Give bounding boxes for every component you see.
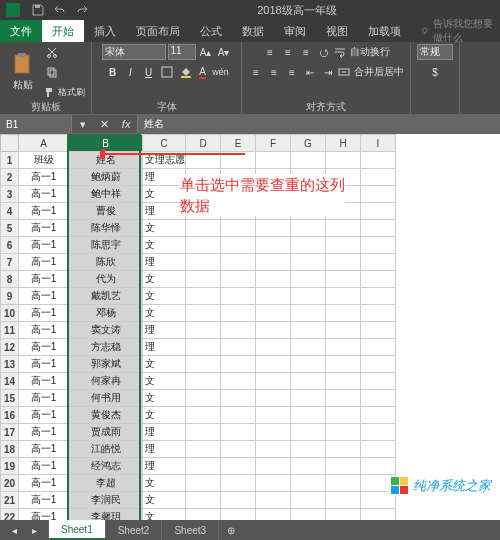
cell[interactable] (256, 492, 291, 509)
border-button[interactable] (159, 64, 175, 80)
cell[interactable] (291, 458, 326, 475)
row-header[interactable]: 12 (1, 339, 19, 356)
cell[interactable] (256, 203, 291, 220)
cell[interactable] (186, 186, 221, 203)
cell[interactable]: 理 (143, 441, 186, 458)
cell[interactable]: 高一1 (19, 288, 69, 305)
cell[interactable] (361, 237, 396, 254)
row-header[interactable]: 8 (1, 271, 19, 288)
cell[interactable]: 文 (143, 509, 186, 521)
cell[interactable] (186, 152, 221, 169)
cell[interactable] (291, 339, 326, 356)
cell[interactable] (186, 220, 221, 237)
row-header[interactable]: 7 (1, 254, 19, 271)
cell[interactable] (186, 373, 221, 390)
cell[interactable] (186, 441, 221, 458)
cell[interactable]: 何家冉 (69, 373, 143, 390)
row-header[interactable]: 16 (1, 407, 19, 424)
row-header[interactable]: 18 (1, 441, 19, 458)
cell[interactable]: 理 (143, 203, 186, 220)
cell[interactable] (221, 424, 256, 441)
increase-font-icon[interactable]: A▴ (198, 44, 214, 60)
cell[interactable] (361, 288, 396, 305)
cell[interactable]: 高一1 (19, 407, 69, 424)
cell[interactable] (326, 339, 361, 356)
row-header[interactable]: 17 (1, 424, 19, 441)
row-header[interactable]: 22 (1, 509, 19, 521)
cell[interactable] (221, 509, 256, 521)
cell[interactable]: 高一1 (19, 220, 69, 237)
cell[interactable] (326, 390, 361, 407)
row-header[interactable]: 4 (1, 203, 19, 220)
cell[interactable] (221, 237, 256, 254)
cell[interactable] (291, 169, 326, 186)
cell[interactable] (326, 254, 361, 271)
cell[interactable]: 高一1 (19, 305, 69, 322)
cell[interactable]: 贾成雨 (69, 424, 143, 441)
cell[interactable] (186, 169, 221, 186)
sheet-prev-icon[interactable]: ◂ (6, 522, 22, 538)
cell[interactable] (291, 203, 326, 220)
number-format-select[interactable]: 常规 (417, 44, 453, 60)
cell[interactable] (326, 407, 361, 424)
cell[interactable]: 高一1 (19, 169, 69, 186)
col-header-D[interactable]: D (186, 135, 221, 152)
cell[interactable] (326, 305, 361, 322)
cell[interactable] (256, 475, 291, 492)
cell[interactable] (256, 288, 291, 305)
row-header[interactable]: 6 (1, 237, 19, 254)
cell[interactable] (291, 441, 326, 458)
cell[interactable] (361, 271, 396, 288)
cell[interactable] (291, 271, 326, 288)
cell[interactable] (291, 356, 326, 373)
cell[interactable] (186, 458, 221, 475)
cell[interactable] (361, 390, 396, 407)
cell[interactable]: 江皓悦 (69, 441, 143, 458)
cell[interactable] (326, 441, 361, 458)
cell[interactable] (256, 509, 291, 521)
cell[interactable] (221, 441, 256, 458)
cell[interactable] (186, 237, 221, 254)
cell[interactable]: 代为 (69, 271, 143, 288)
tab-addins[interactable]: 加载项 (358, 20, 411, 42)
col-header-H[interactable]: H (326, 135, 361, 152)
cell[interactable]: 理 (143, 424, 186, 441)
cell[interactable] (291, 390, 326, 407)
fx-icon[interactable]: fx (118, 116, 134, 132)
tab-insert[interactable]: 插入 (84, 20, 126, 42)
cell[interactable] (221, 254, 256, 271)
align-middle-icon[interactable]: ≡ (280, 44, 296, 60)
bold-button[interactable]: B (105, 64, 121, 80)
cell[interactable]: 高一1 (19, 492, 69, 509)
cell[interactable] (291, 152, 326, 169)
cell[interactable]: 高一1 (19, 356, 69, 373)
decrease-font-icon[interactable]: A▾ (216, 44, 232, 60)
cell[interactable]: 理 (143, 254, 186, 271)
cell[interactable] (361, 152, 396, 169)
font-name-select[interactable]: 宋体 (102, 44, 166, 60)
font-color-button[interactable]: A (195, 64, 211, 80)
dropdown-icon[interactable]: ▾ (75, 116, 91, 132)
tab-formulas[interactable]: 公式 (190, 20, 232, 42)
cell[interactable] (256, 254, 291, 271)
cell[interactable] (361, 441, 396, 458)
sheet-tab-2[interactable]: Sheet2 (106, 520, 163, 540)
cell[interactable]: 姓名 (69, 152, 143, 169)
cell[interactable]: 文 (143, 356, 186, 373)
cell[interactable] (326, 220, 361, 237)
cell[interactable] (256, 373, 291, 390)
cell[interactable] (326, 271, 361, 288)
cell[interactable] (361, 220, 396, 237)
name-box[interactable]: B1 (0, 115, 72, 133)
cell[interactable]: 高一1 (19, 271, 69, 288)
cell[interactable]: 高一1 (19, 322, 69, 339)
cell[interactable]: 文 (143, 407, 186, 424)
cell[interactable] (361, 339, 396, 356)
cell[interactable] (361, 169, 396, 186)
cell[interactable] (221, 203, 256, 220)
cell[interactable] (186, 424, 221, 441)
save-icon[interactable] (30, 2, 46, 18)
row-header[interactable]: 9 (1, 288, 19, 305)
cell[interactable]: 文 (143, 186, 186, 203)
cell[interactable] (221, 305, 256, 322)
